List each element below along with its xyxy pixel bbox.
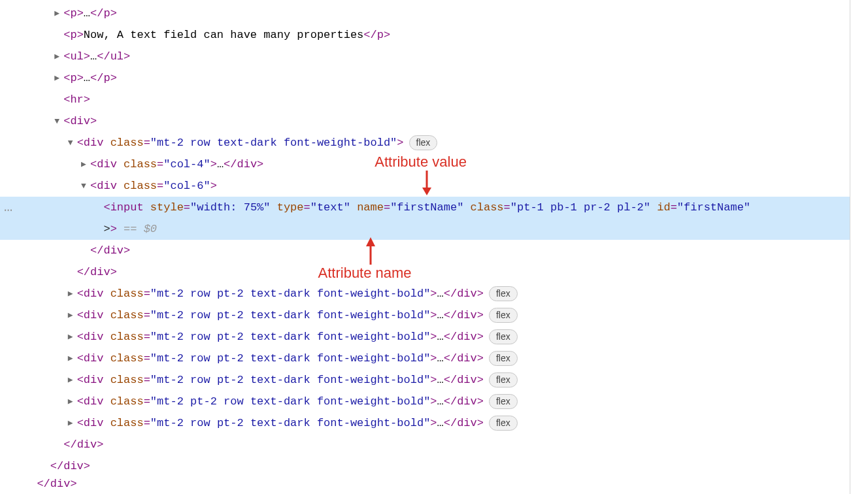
dom-node[interactable]: ▼<div class="col-6"> <box>0 175 850 197</box>
flex-badge: flex <box>489 416 518 431</box>
flex-badge: flex <box>489 372 518 387</box>
flex-badge: flex <box>409 135 438 150</box>
dom-node[interactable]: ▶<div class="mt-2 row pt-2 text-dark fon… <box>0 326 850 348</box>
dom-node[interactable]: ▶<div class="mt-2 pt-2 row text-dark fon… <box>0 391 850 412</box>
more-actions-icon[interactable]: … <box>4 197 14 218</box>
flex-badge: flex <box>489 394 518 409</box>
dom-node[interactable]: ▶<div class="mt-2 row pt-2 text-dark fon… <box>0 369 850 391</box>
expand-arrow-right-icon[interactable]: ▶ <box>68 412 76 434</box>
dom-node-selected-cont[interactable]: >> == $0 <box>0 218 850 240</box>
dom-node[interactable]: ▶<div class="col-4">…</div> <box>0 154 850 175</box>
expand-arrow-right-icon[interactable]: ▶ <box>68 305 76 326</box>
expand-arrow-down-icon[interactable]: ▼ <box>68 132 76 154</box>
expand-arrow-right-icon[interactable]: ▶ <box>68 391 76 412</box>
dom-node-selected[interactable]: … <input style="width: 75%" type="text" … <box>0 197 850 218</box>
elements-panel: ▶<p>…</p> <p>Now, A text field can have … <box>0 0 850 494</box>
expand-arrow-right-icon[interactable]: ▶ <box>68 348 76 369</box>
flex-badge: flex <box>489 286 518 301</box>
expand-arrow-right-icon[interactable]: ▶ <box>54 67 62 89</box>
expand-arrow-down-icon[interactable]: ▼ <box>54 110 62 132</box>
expand-arrow-right-icon[interactable]: ▶ <box>68 283 76 305</box>
dom-node[interactable]: ▼<div> <box>0 110 850 132</box>
dom-node[interactable]: ▼<div class="mt-2 row text-dark font-wei… <box>0 132 850 154</box>
dom-node[interactable]: ▶<div class="mt-2 row pt-2 text-dark fon… <box>0 412 850 434</box>
expand-arrow-right-icon[interactable]: ▶ <box>54 46 62 67</box>
expand-arrow-right-icon[interactable]: ▶ <box>68 369 76 391</box>
dom-node-close[interactable]: </div> <box>0 434 850 455</box>
dom-node[interactable]: ▶<ul>…</ul> <box>0 46 850 67</box>
dom-node[interactable]: ▶<div class="mt-2 row pt-2 text-dark fon… <box>0 348 850 369</box>
dom-node-close[interactable]: </div> <box>0 240 850 261</box>
expand-arrow-right-icon[interactable]: ▶ <box>68 326 76 348</box>
flex-badge: flex <box>489 308 518 323</box>
expand-arrow-right-icon[interactable]: ▶ <box>54 3 62 24</box>
dom-node[interactable]: ▶<p>…</p> <box>0 3 850 24</box>
expand-arrow-down-icon[interactable]: ▼ <box>81 175 89 197</box>
flex-badge: flex <box>489 351 518 366</box>
dom-node[interactable]: ▶<div class="mt-2 row pt-2 text-dark fon… <box>0 283 850 305</box>
dom-node-close[interactable]: </div> <box>0 261 850 283</box>
flex-badge: flex <box>489 329 518 344</box>
dom-node[interactable]: ▶<div class="mt-2 row pt-2 text-dark fon… <box>0 305 850 326</box>
dom-node[interactable]: <hr> <box>0 89 850 110</box>
dom-node-close[interactable]: </div> <box>0 477 850 490</box>
dom-node-close[interactable]: </div> <box>0 455 850 477</box>
dom-node[interactable]: <p>Now, A text field can have many prope… <box>0 24 850 46</box>
dom-node[interactable]: ▶<p>…</p> <box>0 67 850 89</box>
expand-arrow-right-icon[interactable]: ▶ <box>81 154 89 175</box>
